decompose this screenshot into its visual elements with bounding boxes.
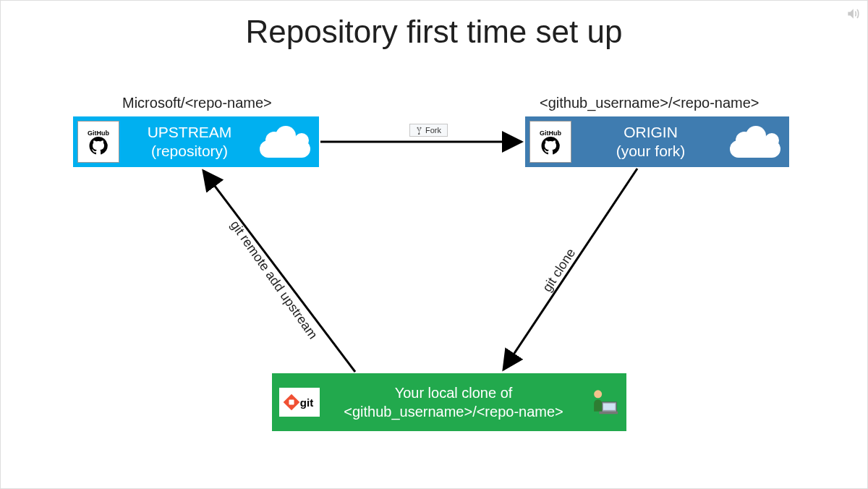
upstream-text: UPSTREAM (repository) — [119, 123, 260, 161]
svg-rect-1 — [603, 404, 616, 410]
upstream-path-label: Microsoft/<repo-name> — [122, 95, 272, 111]
github-icon-label: GitHub — [540, 129, 561, 137]
git-remote-label: git remote add upstream — [227, 218, 320, 342]
git-clone-label: git clone — [540, 246, 579, 295]
github-icon-label: GitHub — [88, 129, 109, 137]
origin-text: ORIGIN (your fork) — [571, 123, 730, 161]
cloud-icon — [730, 126, 780, 158]
cloud-icon — [260, 126, 310, 158]
upstream-subtitle: (repository) — [119, 142, 260, 161]
local-line1: Your local clone of — [320, 383, 587, 402]
github-icon: GitHub — [77, 121, 119, 163]
origin-path-label: <github_username>/<repo-name> — [540, 95, 760, 111]
svg-rect-3 — [600, 412, 618, 414]
user-computer-icon — [587, 385, 619, 420]
svg-line-5 — [503, 169, 637, 370]
fork-label: Fork — [425, 126, 441, 135]
local-line2: <github_username>/<repo-name> — [320, 402, 587, 421]
upstream-box: GitHub UPSTREAM (repository) — [73, 116, 319, 167]
local-text: Your local clone of <github_username>/<r… — [320, 383, 587, 421]
git-label: git — [300, 396, 313, 409]
upstream-title: UPSTREAM — [119, 123, 260, 142]
svg-line-6 — [203, 171, 355, 372]
git-icon: git — [279, 388, 320, 417]
origin-subtitle: (your fork) — [571, 142, 730, 161]
github-icon: GitHub — [529, 121, 571, 163]
svg-point-2 — [594, 390, 602, 398]
origin-box: GitHub ORIGIN (your fork) — [525, 116, 789, 167]
fork-button[interactable]: Fork — [409, 124, 448, 137]
local-clone-box: git Your local clone of <github_username… — [272, 373, 626, 431]
origin-title: ORIGIN — [571, 123, 730, 142]
page-title: Repository first time set up — [1, 14, 867, 50]
